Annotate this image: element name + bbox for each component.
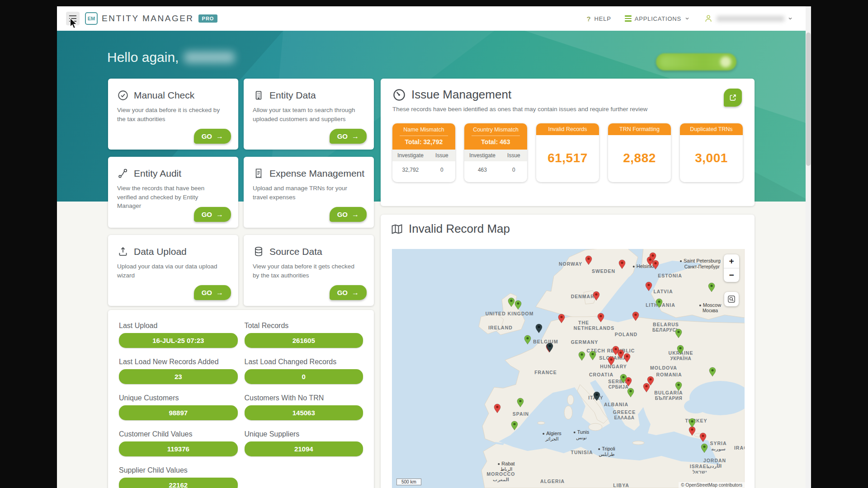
arrow-right-icon: → <box>216 133 223 140</box>
user-icon <box>703 14 713 23</box>
top-header: EM ENTITY MANAGER PRO ? HELP APPLICATION… <box>57 6 811 31</box>
issue-card-name-mismatch[interactable]: Name Mismatch Total: 32,792 Investigate … <box>392 123 455 182</box>
issue-card-value: 61,517 <box>536 135 599 181</box>
map-pin-red[interactable] <box>597 313 604 323</box>
card-description: Upload your data via our data upload wiz… <box>117 262 223 280</box>
map-pin-red[interactable] <box>585 255 592 265</box>
map-pin-green[interactable] <box>675 328 682 338</box>
map-search-button[interactable] <box>724 292 739 306</box>
issue-card-value: 3,001 <box>680 135 743 181</box>
map-pin-green[interactable] <box>709 367 716 377</box>
card-manual-check: Manual Check View your data before it is… <box>108 79 238 150</box>
map-pin-red[interactable] <box>494 404 501 413</box>
map-pin-green[interactable] <box>620 374 627 384</box>
issue-card-country-mismatch[interactable]: Country Mismatch Total: 463 Investigate … <box>464 123 527 182</box>
map-attribution: © OpenStreetMap contributors <box>679 482 745 488</box>
go-button[interactable]: GO → <box>194 285 231 300</box>
menu-button[interactable] <box>66 12 80 25</box>
card-description: Upload and manage TRNs for your travel e… <box>253 184 359 202</box>
map-pin-red[interactable] <box>608 356 615 366</box>
divider <box>472 136 520 136</box>
issue-card-title: Name Mismatch <box>394 127 453 133</box>
map-pin-red[interactable] <box>558 314 565 324</box>
zoom-in-button[interactable]: + <box>724 254 739 268</box>
card-title: Manual Check <box>134 90 194 101</box>
issue-value: 0 <box>500 161 527 178</box>
stat-unique-suppliers: Unique Suppliers 21094 <box>245 430 363 456</box>
chevron-down-icon <box>788 16 793 21</box>
issue-card-trn-formatting[interactable]: TRN Formatting 2,882 <box>608 123 671 182</box>
column-issue: Issue <box>500 150 527 161</box>
go-button[interactable]: GO → <box>194 207 231 222</box>
map-pin-red[interactable] <box>623 353 631 363</box>
app-logo[interactable]: EM <box>85 12 98 25</box>
map-pin-green[interactable] <box>627 388 634 398</box>
map-pin-red[interactable] <box>647 376 654 386</box>
map-pin-green[interactable] <box>578 351 585 361</box>
route-icon <box>117 168 129 179</box>
map-pin-green[interactable] <box>514 300 522 310</box>
card-data-upload: Data Upload Upload your data via our dat… <box>108 235 238 306</box>
map-pin-green[interactable] <box>708 282 715 292</box>
help-label: HELP <box>594 15 611 22</box>
applications-label: APPLICATIONS <box>635 15 681 22</box>
stat-value-pill: 98897 <box>119 405 238 420</box>
map-pin-green[interactable] <box>656 298 663 308</box>
issue-card-value: 2,882 <box>608 135 671 181</box>
feature-cards-grid: Manual Check View your data before it is… <box>108 79 374 306</box>
issue-card-title: Invalid Records <box>538 126 597 132</box>
issue-value: 0 <box>429 161 455 178</box>
map-pin-green[interactable] <box>689 418 696 428</box>
map-pin-red[interactable] <box>645 282 652 291</box>
help-button[interactable]: ? HELP <box>587 15 611 23</box>
stat-value-pill: 0 <box>245 369 363 384</box>
arrow-right-icon: → <box>216 211 223 218</box>
stat-supplier-child-values: Supplier Child Values 22162 <box>119 466 238 488</box>
go-button[interactable]: GO → <box>194 129 231 144</box>
map-pin-dark[interactable] <box>593 391 600 401</box>
open-issues-button[interactable] <box>724 89 742 107</box>
map-pin-green[interactable] <box>517 398 524 408</box>
investigate-value: 463 <box>464 161 500 178</box>
chevron-down-icon <box>684 16 690 21</box>
map-area[interactable]: + − 500 km © OpenStreetMap contributors … <box>392 249 745 488</box>
map-pin-dark[interactable] <box>546 343 553 352</box>
column-investigate: Investigate <box>392 150 429 161</box>
map-pin-green[interactable] <box>511 421 518 431</box>
issue-card-duplicated-trns[interactable]: Duplicated TRNs 3,001 <box>680 123 743 182</box>
applications-menu[interactable]: APPLICATIONS <box>625 15 690 22</box>
issue-card-invalid-records[interactable]: Invalid Records 61,517 <box>536 123 599 182</box>
column-issue: Issue <box>429 150 455 161</box>
issue-card-title: Duplicated TRNs <box>682 126 741 132</box>
app-title: ENTITY MANAGER <box>102 14 194 23</box>
map-pin-green[interactable] <box>524 335 531 345</box>
map-pin-green[interactable] <box>675 381 682 391</box>
zoom-out-button[interactable]: − <box>724 268 739 282</box>
map-pin-red[interactable] <box>649 252 656 262</box>
map-pin-green[interactable] <box>701 443 708 453</box>
vertical-scrollbar[interactable] <box>806 6 811 488</box>
card-description: View your data before it gets checked by… <box>253 262 359 280</box>
go-button[interactable]: GO → <box>330 207 367 222</box>
database-icon <box>253 246 264 258</box>
stat-value-pill: 16-JUL-25 07:23 <box>119 333 238 348</box>
map-pin-red[interactable] <box>618 259 626 269</box>
map-pin-red[interactable] <box>699 432 707 442</box>
stat-value-pill: 21094 <box>245 441 363 456</box>
user-menu[interactable] <box>703 14 793 23</box>
stat-last-upload: Last Upload 16-JUL-25 07:23 <box>119 322 238 348</box>
stat-total-records: Total Records 261605 <box>245 322 363 348</box>
card-source-data: Source Data View your data before it get… <box>244 235 374 306</box>
go-button[interactable]: GO → <box>330 285 367 300</box>
map-pin-green[interactable] <box>508 297 515 307</box>
map-pin-red[interactable] <box>632 311 639 321</box>
go-button[interactable]: GO → <box>330 129 367 144</box>
scrollbar-thumb[interactable] <box>806 33 811 166</box>
stat-new-records: Last Load New Records Added 23 <box>119 358 238 384</box>
map-pin-dark[interactable] <box>535 324 542 333</box>
map-pin-green[interactable] <box>589 351 596 361</box>
map-pin-red[interactable] <box>593 291 600 301</box>
map-pin-green[interactable] <box>677 345 684 355</box>
hero-cta-button-redacted[interactable] <box>656 53 736 70</box>
issue-card-total: Total: 32,792 <box>394 138 453 145</box>
